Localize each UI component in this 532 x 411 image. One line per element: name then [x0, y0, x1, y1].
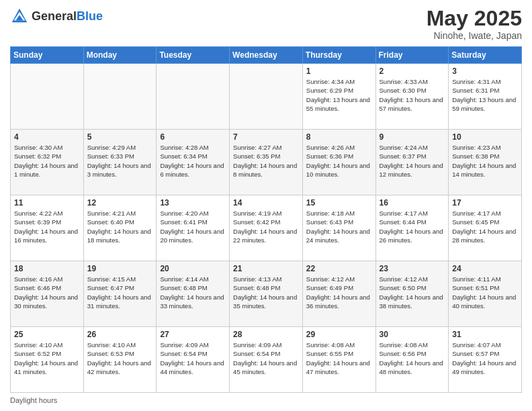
day-number: 21 — [233, 264, 299, 273]
day-info: Sunrise: 4:08 AM Sunset: 6:55 PM Dayligh… — [306, 340, 372, 376]
month-title: May 2025 — [427, 7, 522, 30]
calendar-cell: 5Sunrise: 4:29 AM Sunset: 6:33 PM Daylig… — [83, 130, 157, 195]
calendar-cell: 25Sunrise: 4:10 AM Sunset: 6:52 PM Dayli… — [11, 327, 84, 393]
calendar-cell: 7Sunrise: 4:27 AM Sunset: 6:35 PM Daylig… — [230, 130, 303, 195]
calendar-cell: 30Sunrise: 4:08 AM Sunset: 6:56 PM Dayli… — [375, 327, 449, 393]
day-number: 30 — [380, 330, 445, 339]
day-info: Sunrise: 4:12 AM Sunset: 6:50 PM Dayligh… — [380, 275, 445, 310]
day-number: 22 — [306, 264, 372, 273]
calendar-cell: 21Sunrise: 4:13 AM Sunset: 6:48 PM Dayli… — [230, 261, 303, 327]
day-info: Sunrise: 4:15 AM Sunset: 6:47 PM Dayligh… — [87, 275, 153, 310]
calendar-header-row: SundayMondayTuesdayWednesdayThursdayFrid… — [11, 47, 522, 64]
logo-blue-text: Blue — [77, 9, 103, 23]
page: GeneralBlue May 2025 Ninohe, Iwate, Japa… — [0, 0, 532, 411]
day-info: Sunrise: 4:09 AM Sunset: 6:54 PM Dayligh… — [233, 340, 299, 376]
subtitle: Ninohe, Iwate, Japan — [427, 30, 522, 41]
calendar-cell: 16Sunrise: 4:17 AM Sunset: 6:44 PM Dayli… — [375, 195, 449, 261]
day-number: 12 — [87, 198, 153, 208]
calendar-cell: 31Sunrise: 4:07 AM Sunset: 6:57 PM Dayli… — [449, 327, 522, 393]
calendar-cell — [83, 64, 157, 130]
day-info: Sunrise: 4:23 AM Sunset: 6:38 PM Dayligh… — [452, 143, 518, 179]
calendar-header-sunday: Sunday — [11, 47, 84, 64]
calendar-cell: 24Sunrise: 4:11 AM Sunset: 6:51 PM Dayli… — [449, 261, 522, 327]
day-info: Sunrise: 4:08 AM Sunset: 6:56 PM Dayligh… — [380, 340, 445, 376]
day-info: Sunrise: 4:09 AM Sunset: 6:54 PM Dayligh… — [160, 340, 226, 376]
calendar-cell: 10Sunrise: 4:23 AM Sunset: 6:38 PM Dayli… — [449, 130, 522, 195]
day-number: 20 — [160, 264, 226, 273]
day-number: 29 — [306, 330, 372, 339]
logo-general-text: General — [32, 9, 77, 23]
calendar-cell: 8Sunrise: 4:26 AM Sunset: 6:36 PM Daylig… — [302, 130, 375, 195]
day-number: 3 — [452, 66, 518, 76]
day-number: 9 — [380, 132, 445, 142]
day-number: 15 — [306, 198, 372, 208]
day-number: 5 — [87, 132, 153, 142]
day-info: Sunrise: 4:13 AM Sunset: 6:48 PM Dayligh… — [233, 275, 299, 310]
calendar-header-tuesday: Tuesday — [157, 47, 230, 64]
calendar-cell: 20Sunrise: 4:14 AM Sunset: 6:48 PM Dayli… — [157, 261, 230, 327]
calendar-cell: 22Sunrise: 4:12 AM Sunset: 6:49 PM Dayli… — [302, 261, 375, 327]
calendar-cell: 17Sunrise: 4:17 AM Sunset: 6:45 PM Dayli… — [449, 195, 522, 261]
calendar-header-friday: Friday — [375, 47, 449, 64]
day-info: Sunrise: 4:21 AM Sunset: 6:40 PM Dayligh… — [87, 209, 153, 244]
day-info: Sunrise: 4:31 AM Sunset: 6:31 PM Dayligh… — [452, 77, 518, 113]
calendar-cell: 2Sunrise: 4:33 AM Sunset: 6:30 PM Daylig… — [375, 64, 449, 130]
day-info: Sunrise: 4:10 AM Sunset: 6:53 PM Dayligh… — [87, 340, 153, 376]
calendar-cell: 9Sunrise: 4:24 AM Sunset: 6:37 PM Daylig… — [375, 130, 449, 195]
calendar-cell — [11, 64, 84, 130]
day-info: Sunrise: 4:18 AM Sunset: 6:43 PM Dayligh… — [306, 209, 372, 244]
calendar-cell: 29Sunrise: 4:08 AM Sunset: 6:55 PM Dayli… — [302, 327, 375, 393]
calendar-cell: 28Sunrise: 4:09 AM Sunset: 6:54 PM Dayli… — [230, 327, 303, 393]
day-info: Sunrise: 4:29 AM Sunset: 6:33 PM Dayligh… — [87, 143, 153, 179]
day-number: 11 — [14, 198, 80, 208]
day-number: 4 — [14, 132, 80, 142]
day-number: 13 — [160, 198, 226, 208]
day-number: 27 — [160, 330, 226, 339]
day-info: Sunrise: 4:27 AM Sunset: 6:35 PM Dayligh… — [233, 143, 299, 179]
day-info: Sunrise: 4:16 AM Sunset: 6:46 PM Dayligh… — [14, 275, 80, 310]
calendar-cell: 4Sunrise: 4:30 AM Sunset: 6:32 PM Daylig… — [11, 130, 84, 195]
day-number: 2 — [380, 66, 445, 76]
day-number: 24 — [452, 264, 518, 273]
logo-icon — [10, 7, 29, 26]
day-info: Sunrise: 4:26 AM Sunset: 6:36 PM Dayligh… — [306, 143, 372, 179]
day-info: Sunrise: 4:30 AM Sunset: 6:32 PM Dayligh… — [14, 143, 80, 179]
day-number: 23 — [380, 264, 445, 273]
calendar-week-row: 18Sunrise: 4:16 AM Sunset: 6:46 PM Dayli… — [11, 261, 522, 327]
day-number: 26 — [87, 330, 153, 339]
calendar-week-row: 25Sunrise: 4:10 AM Sunset: 6:52 PM Dayli… — [11, 327, 522, 393]
calendar-cell: 14Sunrise: 4:19 AM Sunset: 6:42 PM Dayli… — [230, 195, 303, 261]
day-info: Sunrise: 4:22 AM Sunset: 6:39 PM Dayligh… — [14, 209, 80, 244]
calendar-cell — [230, 64, 303, 130]
day-info: Sunrise: 4:07 AM Sunset: 6:57 PM Dayligh… — [452, 340, 518, 376]
day-number: 14 — [233, 198, 299, 208]
day-number: 19 — [87, 264, 153, 273]
calendar-cell: 12Sunrise: 4:21 AM Sunset: 6:40 PM Dayli… — [83, 195, 157, 261]
day-number: 18 — [14, 264, 80, 273]
day-number: 7 — [233, 132, 299, 142]
day-number: 25 — [14, 330, 80, 339]
day-info: Sunrise: 4:17 AM Sunset: 6:44 PM Dayligh… — [380, 209, 445, 244]
footer-note: Daylight hours — [10, 396, 522, 404]
calendar-cell: 18Sunrise: 4:16 AM Sunset: 6:46 PM Dayli… — [11, 261, 84, 327]
title-block: May 2025 Ninohe, Iwate, Japan — [427, 7, 522, 41]
day-info: Sunrise: 4:12 AM Sunset: 6:49 PM Dayligh… — [306, 275, 372, 310]
calendar-cell: 15Sunrise: 4:18 AM Sunset: 6:43 PM Dayli… — [302, 195, 375, 261]
calendar-cell: 1Sunrise: 4:34 AM Sunset: 6:29 PM Daylig… — [302, 64, 375, 130]
day-number: 16 — [380, 198, 445, 208]
day-info: Sunrise: 4:10 AM Sunset: 6:52 PM Dayligh… — [14, 340, 80, 376]
calendar-header-monday: Monday — [83, 47, 157, 64]
calendar-week-row: 1Sunrise: 4:34 AM Sunset: 6:29 PM Daylig… — [11, 64, 522, 130]
header: GeneralBlue May 2025 Ninohe, Iwate, Japa… — [10, 7, 522, 41]
calendar-header-thursday: Thursday — [302, 47, 375, 64]
calendar-header-saturday: Saturday — [449, 47, 522, 64]
calendar-cell: 3Sunrise: 4:31 AM Sunset: 6:31 PM Daylig… — [449, 64, 522, 130]
calendar-header-wednesday: Wednesday — [230, 47, 303, 64]
calendar-cell: 26Sunrise: 4:10 AM Sunset: 6:53 PM Dayli… — [83, 327, 157, 393]
logo: GeneralBlue — [10, 7, 103, 26]
calendar-table: SundayMondayTuesdayWednesdayThursdayFrid… — [10, 46, 522, 393]
calendar-cell: 11Sunrise: 4:22 AM Sunset: 6:39 PM Dayli… — [11, 195, 84, 261]
day-number: 8 — [306, 132, 372, 142]
day-info: Sunrise: 4:19 AM Sunset: 6:42 PM Dayligh… — [233, 209, 299, 244]
day-number: 6 — [160, 132, 226, 142]
